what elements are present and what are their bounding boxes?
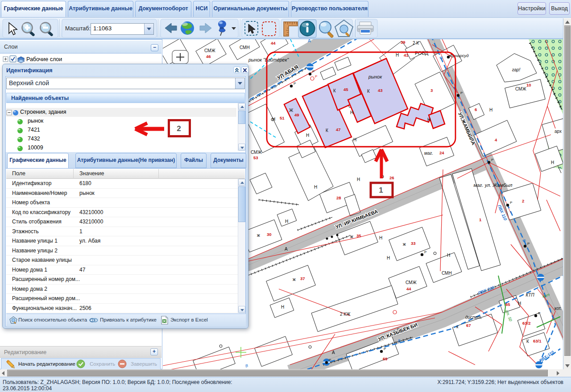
svg-text:Н: Н bbox=[285, 219, 288, 224]
svg-text:37: 37 bbox=[300, 276, 305, 281]
svg-text:ж: ж bbox=[403, 242, 406, 247]
svg-text:Н: Н bbox=[387, 256, 390, 260]
svg-text:2 КЖ: 2 КЖ bbox=[340, 312, 351, 317]
svg-text:30: 30 bbox=[267, 232, 272, 237]
svg-text:ж: ж bbox=[350, 234, 353, 239]
svg-text:35: 35 bbox=[356, 233, 361, 238]
svg-text:41: 41 bbox=[404, 53, 409, 58]
svg-text:Н: Н bbox=[551, 160, 554, 165]
svg-text:Н: Н bbox=[314, 185, 317, 190]
svg-text:6: 6 bbox=[475, 107, 477, 112]
svg-text:Н: Н bbox=[396, 53, 399, 58]
svg-text:рынок: рынок bbox=[368, 74, 382, 79]
svg-text:44: 44 bbox=[271, 41, 276, 45]
svg-text:2: 2 bbox=[177, 124, 181, 133]
svg-text:Р: Р bbox=[424, 250, 426, 254]
svg-text:Ж: Ж bbox=[289, 108, 294, 113]
svg-text:А: А bbox=[308, 39, 311, 43]
svg-text:Р: Р bbox=[294, 82, 296, 86]
svg-text:Н: Н bbox=[379, 235, 382, 240]
svg-text:маг. ул. Жамбыл: маг. ул. Жамбыл bbox=[473, 182, 512, 188]
svg-text:Р: Р bbox=[538, 311, 540, 315]
svg-text:28: 28 bbox=[336, 195, 341, 200]
svg-text:45: 45 bbox=[343, 87, 348, 92]
svg-text:Завершить: Завершить bbox=[131, 361, 157, 367]
svg-text:24: 24 bbox=[439, 150, 444, 155]
svg-text:К: К bbox=[326, 128, 328, 133]
svg-text:44: 44 bbox=[406, 286, 411, 291]
svg-text:Р: Р bbox=[315, 74, 317, 78]
svg-text:63/1: 63/1 bbox=[533, 338, 542, 343]
svg-text:Н: Н bbox=[489, 107, 492, 112]
svg-text:43: 43 bbox=[378, 88, 383, 93]
svg-text:4: 4 bbox=[495, 137, 497, 142]
svg-text:2 К: 2 К bbox=[413, 41, 419, 45]
svg-text:Р: Р bbox=[510, 201, 512, 205]
svg-text:Сохранить: Сохранить bbox=[90, 361, 115, 367]
svg-text:Р: Р bbox=[491, 158, 493, 162]
svg-text:ж: ж bbox=[257, 233, 260, 238]
svg-text:Н: Н bbox=[427, 117, 430, 122]
svg-text:39: 39 bbox=[401, 40, 405, 45]
svg-text:РОВД: РОВД bbox=[415, 50, 429, 56]
svg-text:Н: Н bbox=[350, 110, 353, 115]
svg-text:СМЖ: СМЖ bbox=[251, 150, 262, 155]
svg-text:Р: Р bbox=[527, 242, 530, 246]
svg-text:1: 1 bbox=[379, 186, 383, 194]
svg-text:26: 26 bbox=[389, 175, 394, 180]
svg-text:Р: Р bbox=[460, 91, 463, 95]
svg-text:Н: Н bbox=[272, 117, 275, 122]
svg-text:33: 33 bbox=[411, 241, 416, 246]
svg-text:КТП: КТП bbox=[525, 293, 534, 297]
svg-text:Н: Н bbox=[447, 253, 450, 258]
svg-text:51: 51 bbox=[280, 116, 285, 120]
svg-text:65: 65 bbox=[505, 302, 510, 307]
svg-text:3: 3 bbox=[430, 88, 433, 93]
svg-text:к: к bbox=[456, 324, 459, 329]
svg-text:Н: Н bbox=[306, 133, 309, 138]
svg-text:А: А bbox=[332, 350, 335, 355]
svg-text:гар!: гар! bbox=[512, 67, 521, 72]
svg-text:Р: Р bbox=[329, 358, 331, 362]
svg-text:Н: Н bbox=[357, 177, 360, 182]
svg-text:Н: Н bbox=[281, 305, 284, 309]
svg-text:63/2: 63/2 bbox=[522, 321, 531, 326]
svg-text:Р: Р bbox=[384, 347, 386, 351]
svg-text:10: 10 bbox=[526, 83, 531, 87]
svg-text:К: К bbox=[367, 89, 370, 94]
svg-text:69: 69 bbox=[383, 356, 388, 361]
svg-text:Рабочие слои: Рабочие слои bbox=[26, 56, 62, 62]
svg-text:СМЖ: СМЖ bbox=[204, 48, 215, 53]
svg-text:СМН: СМН bbox=[240, 45, 250, 50]
svg-text:К: К bbox=[526, 339, 529, 344]
svg-text:СМН: СМН bbox=[442, 271, 452, 276]
svg-text:53: 53 bbox=[253, 155, 258, 160]
svg-text:ж: ж bbox=[293, 277, 296, 282]
svg-text:47: 47 bbox=[336, 127, 341, 132]
svg-text:СМЖ: СМЖ bbox=[405, 280, 417, 285]
svg-text:СМЖ: СМЖ bbox=[515, 87, 526, 91]
svg-text:1: 1 bbox=[479, 217, 482, 222]
svg-text:К: К bbox=[333, 88, 336, 93]
svg-text:46: 46 bbox=[206, 54, 211, 59]
svg-text:А: А bbox=[285, 247, 288, 252]
svg-text:67: 67 bbox=[466, 323, 471, 328]
svg-text:кот.: кот. bbox=[554, 306, 562, 311]
svg-text:маг.: маг. bbox=[424, 151, 433, 156]
svg-text:49: 49 bbox=[294, 112, 299, 117]
svg-text:Н: Н bbox=[518, 301, 521, 306]
svg-text:Начать редактирование: Начать редактирование bbox=[18, 361, 75, 367]
svg-text:Н: Н bbox=[353, 137, 356, 142]
svg-text:арх: арх bbox=[554, 129, 562, 134]
svg-text:Р: Р bbox=[312, 70, 314, 74]
svg-text:диспет.: диспет. bbox=[465, 315, 482, 320]
svg-text:2: 2 bbox=[522, 198, 524, 203]
svg-text:рынок "Байтёрек": рынок "Байтёрек" bbox=[248, 57, 290, 62]
